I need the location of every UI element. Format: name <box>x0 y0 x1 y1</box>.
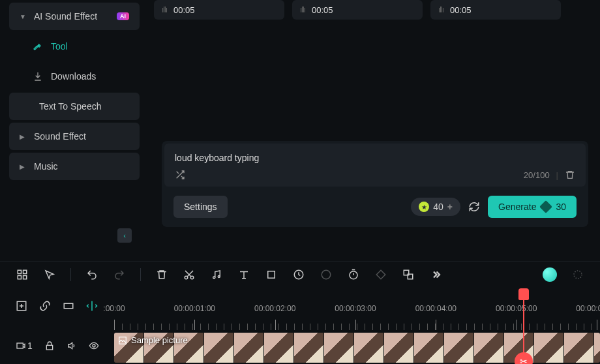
prompt-panel: loud keyboard typing 20/100 | Settings ★… <box>162 141 588 227</box>
trash-icon[interactable] <box>565 170 575 180</box>
trash-icon[interactable] <box>155 268 168 281</box>
download-icon <box>33 71 43 82</box>
grid-icon[interactable] <box>16 268 29 281</box>
sidebar-item-sound-effect[interactable]: ▶ Sound Effect <box>9 123 140 150</box>
frame-thumb <box>324 333 354 363</box>
sidebar-item-label: Text To Speech <box>39 101 129 112</box>
crop-icon[interactable] <box>265 268 278 281</box>
video-track-icon[interactable]: 1 <box>16 341 33 351</box>
chevron-down-icon: ▼ <box>20 13 26 20</box>
star-icon: ★ <box>419 202 429 212</box>
timeline-ruler[interactable]: :00:0000:00:01:0000:00:02:0000:00:03:000… <box>114 299 593 325</box>
frame-thumb <box>234 333 264 363</box>
clip-duration: 00:05 <box>173 5 195 15</box>
diamond-icon[interactable] <box>374 268 387 281</box>
playhead[interactable] <box>523 290 524 364</box>
plus-icon: + <box>447 202 453 212</box>
svg-rect-17 <box>17 343 23 348</box>
frame-thumb <box>294 333 324 363</box>
link-icon[interactable] <box>39 300 51 312</box>
time-label: 00:00:05:00 <box>496 304 537 313</box>
more-icon[interactable] <box>429 268 442 281</box>
sidebar-item-ai-sound-effect[interactable]: ▼ AI Sound Effect AI <box>9 3 140 30</box>
prompt-text: loud keyboard typing <box>175 153 575 163</box>
waveform-icon: ıllı <box>162 5 167 14</box>
waveform-icon: ıllı <box>438 5 443 14</box>
diamond-icon <box>540 200 553 213</box>
svg-point-14 <box>574 271 582 279</box>
visibility-icon[interactable] <box>89 341 99 351</box>
sidebar-item-tool[interactable]: Tool <box>9 33 140 60</box>
prompt-input[interactable]: loud keyboard typing 20/100 | <box>164 144 586 187</box>
frame-thumb <box>204 333 234 363</box>
clip-duration: 00:05 <box>312 5 333 15</box>
wrench-icon <box>33 41 43 52</box>
timer-icon[interactable] <box>347 268 360 281</box>
time-label: 00:00:03:00 <box>335 304 376 313</box>
svg-rect-18 <box>46 345 52 350</box>
track-controls: 1 <box>16 341 99 351</box>
content-area: ıllı 00:05 ıllı 00:05 ıllı 00:05 loud ke… <box>150 0 600 227</box>
sidebar-item-label: Downloads <box>51 71 129 82</box>
credit-count: 40 <box>433 202 443 212</box>
waveform-icon: ıllı <box>300 5 305 14</box>
ai-avatar-icon[interactable] <box>543 267 557 282</box>
svg-point-10 <box>322 270 331 279</box>
generate-label: Generate <box>498 202 536 212</box>
sidebar-item-label: AI Sound Effect <box>34 11 109 22</box>
frame-thumb <box>534 333 564 363</box>
svg-rect-3 <box>23 275 27 279</box>
chevron-right-icon: ▶ <box>20 163 26 170</box>
credit-pill[interactable]: ★ 40 + <box>411 198 460 216</box>
mute-icon[interactable] <box>67 341 77 351</box>
svg-rect-16 <box>64 303 73 309</box>
redo-icon[interactable] <box>113 268 126 281</box>
audio-clip[interactable]: ıllı 00:05 <box>292 0 423 20</box>
clip-name: Sample picture <box>131 335 188 345</box>
time-label: 00:00:04:00 <box>415 304 457 313</box>
svg-rect-8 <box>268 271 275 278</box>
time-label: 00:00:01:00 <box>174 304 215 313</box>
palette-icon[interactable] <box>320 268 333 281</box>
refresh-icon[interactable] <box>468 201 480 213</box>
generate-row: Settings ★ 40 + Generate 30 <box>164 187 586 224</box>
cut-icon[interactable] <box>183 268 196 281</box>
svg-rect-1 <box>23 270 27 273</box>
sparkle-icon[interactable] <box>571 268 584 281</box>
undo-icon[interactable] <box>85 268 98 281</box>
speed-icon[interactable] <box>292 268 305 281</box>
generate-button[interactable]: Generate 30 <box>488 196 577 218</box>
clip-list: ıllı 00:05 ıllı 00:05 ıllı 00:05 <box>150 0 600 20</box>
chevron-right-icon: ▶ <box>20 133 26 140</box>
time-label: 00:00:06:00 <box>576 304 600 313</box>
translate-icon[interactable] <box>402 268 415 281</box>
sidebar-item-tts[interactable]: Text To Speech <box>9 93 140 120</box>
image-icon <box>118 336 127 345</box>
add-track-icon[interactable] <box>16 300 27 312</box>
sidebar-item-label: Tool <box>51 41 129 52</box>
collapse-sidebar-button[interactable]: ‹ <box>117 228 132 243</box>
shuffle-icon[interactable] <box>175 170 185 180</box>
lock-icon[interactable] <box>44 341 55 351</box>
generate-cost: 30 <box>556 202 566 212</box>
frame-thumb <box>264 333 294 363</box>
cursor-icon[interactable] <box>43 268 56 281</box>
sidebar-item-music[interactable]: ▶ Music <box>9 153 140 180</box>
clip-header: Sample picture <box>118 335 188 345</box>
audio-icon[interactable] <box>210 268 223 281</box>
sidebar-item-label: Sound Effect <box>34 131 129 142</box>
timeline-tools <box>16 300 98 312</box>
sidebar-item-downloads[interactable]: Downloads <box>9 63 140 90</box>
group-icon[interactable] <box>63 300 74 312</box>
text-icon[interactable] <box>237 268 250 281</box>
time-label: 00:00:02:00 <box>254 304 295 313</box>
svg-rect-0 <box>18 270 21 273</box>
svg-point-7 <box>218 275 220 277</box>
audio-clip[interactable]: ıllı 00:05 <box>154 0 284 20</box>
settings-button[interactable]: Settings <box>173 196 228 218</box>
audio-clip[interactable]: ıllı 00:05 <box>430 0 561 20</box>
svg-point-6 <box>213 277 215 279</box>
frame-thumb <box>414 333 444 363</box>
marker-icon[interactable] <box>86 300 98 312</box>
sidebar: ▼ AI Sound Effect AI Tool Downloads Text… <box>9 0 140 183</box>
